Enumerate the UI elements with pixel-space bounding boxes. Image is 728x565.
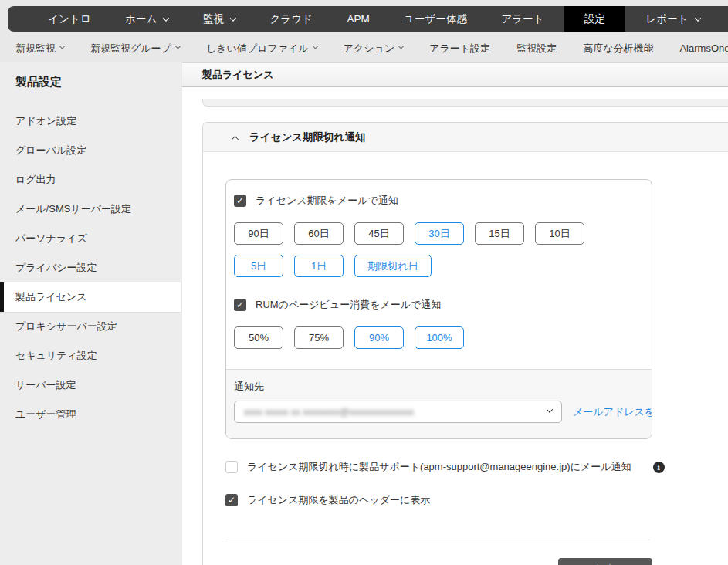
- license-email-label: ライセンス期限をメールで通知: [256, 194, 398, 208]
- rum-email-row: ✓ RUMのページビュー消費をメールで通知: [234, 298, 636, 312]
- add-email-address-link[interactable]: メールアドレスを追: [573, 405, 652, 419]
- tab-home[interactable]: ホーム: [111, 6, 182, 32]
- sidebar-item-proxy-server[interactable]: プロキシサーバー設定: [0, 312, 181, 341]
- subnav-alarmsone[interactable]: AlarmsOne: [679, 42, 728, 54]
- day-option-10[interactable]: 10日: [535, 222, 584, 245]
- top-navigation-bar: イントロ ホーム 監視 クラウド APM ユーザー体感 アラート 設定 レポート: [8, 6, 728, 32]
- subnav-alert-settings[interactable]: アラート設定: [429, 42, 490, 56]
- subnav-label: アラート設定: [429, 42, 490, 56]
- info-icon[interactable]: i: [653, 462, 665, 473]
- sidebar-items: アドオン設定 グローバル設定 ログ出力 メール/SMSサーバー設定 パーソナライ…: [0, 107, 181, 429]
- sidebar-item-personalize[interactable]: パーソナライズ: [0, 224, 181, 253]
- day-option-1-selected[interactable]: 1日: [294, 255, 344, 277]
- recipient-label: 通知先: [234, 380, 636, 394]
- day-option-15[interactable]: 15日: [475, 222, 524, 245]
- subnav-label: 高度な分析機能: [583, 42, 653, 56]
- chevron-down-icon: [547, 406, 553, 412]
- recipient-select-row: xxxx xxxxx xx xxxxxxxx@xxxxxxxxxxxxxx メー…: [234, 401, 636, 423]
- tab-alerts[interactable]: アラート: [488, 6, 558, 32]
- header-display-label: ライセンス期限を製品のヘッダーに表示: [247, 493, 430, 507]
- percent-option-50[interactable]: 50%: [234, 326, 283, 349]
- license-email-row: ✓ ライセンス期限をメールで通知: [234, 194, 636, 208]
- subnav-label: 監視設定: [516, 42, 557, 56]
- tab-user-experience[interactable]: ユーザー体感: [390, 6, 481, 32]
- settings-sidebar: 製品設定 アドオン設定 グローバル設定 ログ出力 メール/SMSサーバー設定 パ…: [0, 62, 181, 565]
- sidebar-item-global-settings[interactable]: グローバル設定: [0, 136, 181, 165]
- percent-option-75[interactable]: 75%: [294, 326, 344, 349]
- sidebar-item-security[interactable]: セキュリティ設定: [0, 341, 181, 370]
- tab-settings-active[interactable]: 設定: [564, 6, 625, 32]
- tab-label: レポート: [646, 12, 689, 26]
- recipient-footer: 通知先 xxxx xxxxx xx xxxxxxxx@xxxxxxxxxxxxx…: [226, 369, 652, 438]
- header-display-checkbox[interactable]: ✓: [225, 494, 238, 506]
- tab-label: APM: [347, 13, 369, 25]
- secondary-navigation-bar: 新規監視 新規監視グループ しきい値プロファイル アクション アラート設定 監視…: [0, 35, 728, 62]
- chevron-down-icon: [59, 43, 65, 49]
- recipient-select[interactable]: xxxx xxxxx xx xxxxxxxx@xxxxxxxxxxxxxx: [234, 401, 562, 423]
- main-content: 製品ライセンス ライセンス期限切れ通知 ✓ ライセンス期限をメールで通知 90日…: [182, 62, 728, 565]
- topnav-zone: イントロ ホーム 監視 クラウド APM ユーザー体感 アラート 設定 レポート: [0, 0, 728, 35]
- chevron-down-icon: [230, 15, 236, 21]
- tab-label: 監視: [203, 12, 224, 26]
- chevron-down-icon: [163, 15, 169, 21]
- day-options-row-2: 5日 1日 期限切れ日: [234, 255, 636, 277]
- subnav-new-monitor-group[interactable]: 新規監視グループ: [90, 42, 180, 56]
- day-option-expiry-selected[interactable]: 期限切れ日: [354, 255, 432, 277]
- license-email-checkbox[interactable]: ✓: [234, 195, 246, 207]
- sidebar-item-addon-settings[interactable]: アドオン設定: [0, 107, 181, 136]
- subnav-label: AlarmsOne: [679, 42, 728, 54]
- percent-option-100-selected[interactable]: 100%: [415, 326, 464, 349]
- chevron-down-icon: [313, 43, 318, 49]
- scrolled-card-edge: [202, 99, 728, 107]
- bottom-divider: [225, 540, 650, 540]
- sidebar-item-user-management[interactable]: ユーザー管理: [0, 400, 181, 429]
- tab-label: 設定: [584, 12, 605, 26]
- day-option-45[interactable]: 45日: [354, 222, 404, 245]
- sidebar-item-privacy[interactable]: プライバシー設定: [0, 253, 181, 282]
- license-expiry-section: ライセンス期限切れ通知 ✓ ライセンス期限をメールで通知 90日 60日 45日…: [202, 122, 728, 565]
- tab-intro[interactable]: イントロ: [34, 6, 104, 32]
- support-notify-label: ライセンス期限切れ時に製品サポート(apm-support@manageengi…: [247, 460, 631, 474]
- rum-email-checkbox[interactable]: ✓: [234, 299, 246, 311]
- day-option-90[interactable]: 90日: [234, 222, 283, 245]
- tab-cloud[interactable]: クラウド: [256, 6, 327, 32]
- sidebar-item-product-license-selected[interactable]: 製品ライセンス: [0, 282, 181, 312]
- section-title: ライセンス期限切れ通知: [249, 130, 365, 144]
- subnav-actions[interactable]: アクション: [344, 42, 404, 56]
- subnav-threshold-profile[interactable]: しきい値プロファイル: [206, 42, 317, 56]
- subnav-advanced-analytics[interactable]: 高度な分析機能: [583, 42, 653, 56]
- chevron-down-icon: [398, 43, 404, 49]
- day-option-30-selected[interactable]: 30日: [415, 222, 464, 245]
- percent-options-row: 50% 75% 90% 100%: [234, 326, 636, 349]
- subnav-label: しきい値プロファイル: [206, 42, 309, 56]
- section-body: ✓ ライセンス期限をメールで通知 90日 60日 45日 30日 15日 10日…: [203, 152, 728, 565]
- chevron-down-icon: [694, 15, 700, 21]
- subnav-label: 新規監視グループ: [90, 42, 171, 56]
- day-option-5-selected[interactable]: 5日: [234, 255, 283, 277]
- sidebar-title: 製品設定: [0, 62, 181, 96]
- save-button[interactable]: 保存: [558, 558, 652, 565]
- sidebar-item-log-output[interactable]: ログ出力: [0, 165, 181, 195]
- section-collapse-header[interactable]: ライセンス期限切れ通知: [203, 123, 728, 152]
- save-row: 保存: [225, 558, 652, 565]
- tab-monitor[interactable]: 監視: [189, 6, 249, 32]
- header-display-row: ✓ ライセンス期限を製品のヘッダーに表示: [225, 493, 728, 507]
- subnav-label: 新規監視: [15, 42, 56, 56]
- day-option-60[interactable]: 60日: [294, 222, 344, 245]
- tab-reports[interactable]: レポート: [632, 6, 714, 32]
- day-options-row-1: 90日 60日 45日 30日 15日 10日: [234, 222, 636, 245]
- page-title: 製品ライセンス: [202, 68, 274, 82]
- tab-label: ユーザー体感: [404, 12, 467, 26]
- sidebar-item-mail-sms-server[interactable]: メール/SMSサーバー設定: [0, 195, 181, 224]
- chevron-down-icon: [175, 43, 181, 49]
- subnav-monitor-settings[interactable]: 監視設定: [516, 42, 557, 56]
- tab-apm[interactable]: APM: [333, 6, 383, 32]
- subnav-new-monitor[interactable]: 新規監視: [15, 42, 64, 56]
- sidebar-item-server-settings[interactable]: サーバー設定: [0, 370, 181, 400]
- percent-option-90-selected[interactable]: 90%: [354, 326, 404, 349]
- support-notify-row: ライセンス期限切れ時に製品サポート(apm-support@manageengi…: [225, 460, 728, 474]
- tab-label: イントロ: [48, 12, 90, 26]
- support-notify-checkbox[interactable]: [225, 461, 238, 473]
- chevron-up-icon: [232, 136, 239, 144]
- tab-label: ホーム: [125, 12, 157, 26]
